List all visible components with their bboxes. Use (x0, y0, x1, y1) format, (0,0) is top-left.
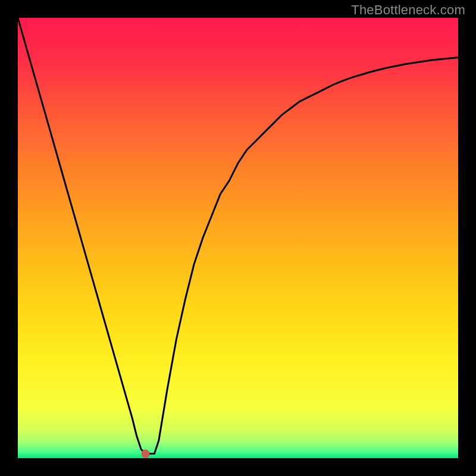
attribution-text: TheBottleneck.com (351, 2, 465, 18)
bottleneck-chart (18, 18, 458, 458)
optimum-marker (142, 450, 150, 458)
gradient-background (18, 18, 458, 458)
plot-area (18, 18, 458, 458)
figure-container: TheBottleneck.com (0, 0, 476, 476)
